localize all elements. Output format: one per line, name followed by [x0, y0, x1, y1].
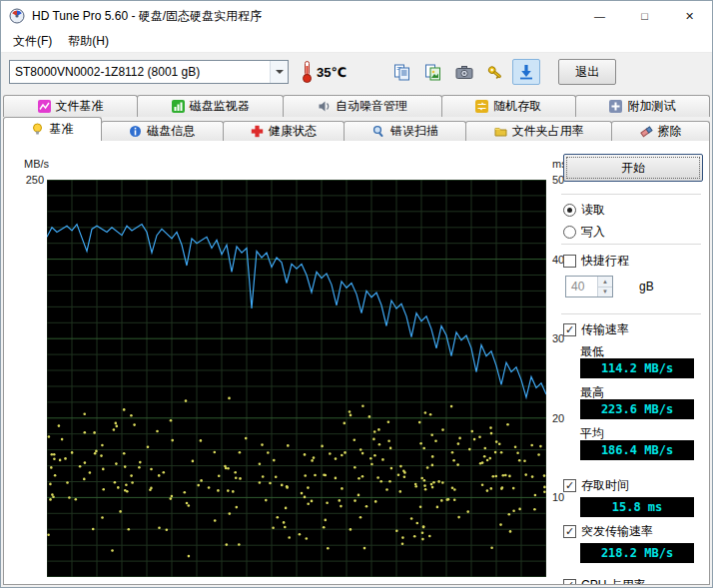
- maximize-button[interactable]: □: [622, 1, 667, 31]
- left-axis-unit: MB/s: [24, 158, 49, 170]
- chevron-down-icon[interactable]: [270, 61, 288, 83]
- file-benchmark-icon: [38, 100, 51, 113]
- right-axis-tick: 20: [552, 412, 564, 424]
- temperature-value: 35℃: [317, 65, 347, 80]
- titlebar: HD Tune Pro 5.60 - 硬盘/固态硬盘实用程序 — □ ✕: [1, 1, 712, 31]
- magnifier-icon: [372, 125, 385, 138]
- checkbox-cpu-usage-control[interactable]: [563, 579, 576, 586]
- radio-read-control[interactable]: [563, 204, 576, 217]
- short-stroke-label: 快捷行程: [581, 253, 629, 270]
- gb-unit-label: gB: [639, 280, 654, 294]
- tab-auto-acoustic[interactable]: 自动噪音管理: [283, 95, 441, 117]
- checkbox-access-time-control[interactable]: [563, 479, 576, 492]
- burst-rate-label: 突发传输速率: [581, 523, 653, 540]
- app-icon: [9, 8, 25, 24]
- cpu-usage-label: CPU 占用率: [581, 577, 646, 586]
- tab-health[interactable]: 健康状态: [223, 121, 346, 141]
- download-button[interactable]: [512, 59, 540, 85]
- benchmark-page: MB/s 250 ms 50 40 30 20 10 开始 读取 写入 快捷行程…: [3, 139, 710, 585]
- checkbox-short-stroke[interactable]: 快捷行程: [563, 253, 629, 269]
- access-time-label: 存取时间: [581, 477, 629, 494]
- separator: [561, 244, 701, 245]
- benchmark-chart: [47, 180, 546, 577]
- tab-label: 基准: [49, 121, 73, 138]
- tab-label: 附加测试: [627, 98, 675, 115]
- copy-image-icon: [424, 64, 442, 81]
- checkbox-burst-rate[interactable]: 突发传输速率: [563, 523, 653, 539]
- tab-label: 磁盘监视器: [190, 98, 250, 115]
- menubar: 文件(F) 帮助(H): [1, 31, 712, 53]
- exit-button[interactable]: 退出: [558, 59, 616, 85]
- tab-label: 文件夹占用率: [512, 123, 584, 140]
- tab-label: 错误扫描: [390, 123, 438, 140]
- tab-folder-usage[interactable]: 文件夹占用率: [465, 121, 612, 141]
- save-results-button[interactable]: [481, 59, 509, 85]
- radio-write-control[interactable]: [563, 226, 576, 239]
- start-button[interactable]: 开始: [563, 154, 703, 182]
- eraser-icon: [640, 125, 653, 138]
- copy-report-button[interactable]: [388, 59, 416, 85]
- tab-label: 健康状态: [269, 123, 317, 140]
- menu-file[interactable]: 文件(F): [5, 31, 60, 52]
- tab-row-primary: 基准磁盘信息健康状态错误扫描文件夹占用率擦除: [3, 117, 710, 141]
- toolbar: ST8000VN0002-1Z8112 (8001 gB) 35℃ 退出: [1, 53, 712, 91]
- checkbox-access-time[interactable]: 存取时间: [563, 477, 629, 493]
- tab-file-benchmark[interactable]: 文件基准: [3, 95, 138, 117]
- tab-benchmark[interactable]: 基准: [3, 117, 102, 141]
- radio-write-label: 写入: [581, 224, 605, 241]
- short-stroke-size-input[interactable]: 40 ▲ ▼: [565, 276, 613, 297]
- thermometer-icon: [301, 60, 314, 84]
- access-time-value: 15.8 ms: [580, 497, 694, 517]
- checkbox-burst-rate-control[interactable]: [563, 525, 576, 538]
- tab-label: 擦除: [658, 123, 682, 140]
- tab-erase[interactable]: 擦除: [611, 121, 710, 141]
- screenshot-button[interactable]: [450, 59, 478, 85]
- tab-disk-info[interactable]: 磁盘信息: [101, 121, 224, 141]
- close-button[interactable]: ✕: [667, 1, 712, 31]
- copy-image-button[interactable]: [419, 59, 447, 85]
- tab-label: 文件基准: [56, 98, 104, 115]
- info-icon: [129, 125, 142, 138]
- checkbox-transfer-rate-control[interactable]: [563, 323, 576, 336]
- spin-down-icon[interactable]: ▼: [598, 288, 612, 297]
- radio-read-label: 读取: [581, 202, 605, 219]
- speaker-icon: [318, 100, 331, 113]
- tab-random-access[interactable]: 随机存取: [441, 95, 576, 117]
- checkbox-short-stroke-control[interactable]: [563, 255, 576, 268]
- tab-row-secondary: 文件基准磁盘监视器自动噪音管理随机存取附加测试: [3, 95, 710, 117]
- window-title: HD Tune Pro 5.60 - 硬盘/固态硬盘实用程序: [32, 8, 577, 25]
- tab-disk-monitor[interactable]: 磁盘监视器: [137, 95, 284, 117]
- window-controls: — □ ✕: [577, 1, 712, 31]
- drive-select-value: ST8000VN0002-1Z8112 (8001 gB): [15, 65, 270, 79]
- extra-tests-icon: [609, 100, 622, 113]
- separator: [561, 194, 701, 195]
- lightbulb-icon: [31, 123, 44, 136]
- copy-report-icon: [393, 64, 411, 81]
- checkbox-cpu-usage[interactable]: CPU 占用率: [563, 577, 646, 585]
- separator: [561, 313, 701, 314]
- left-axis-tick: 250: [24, 174, 44, 186]
- tab-error-scan[interactable]: 错误扫描: [344, 121, 466, 141]
- menu-help[interactable]: 帮助(H): [60, 31, 117, 52]
- tab-label: 随机存取: [493, 98, 541, 115]
- drive-select[interactable]: ST8000VN0002-1Z8112 (8001 gB): [9, 60, 289, 84]
- disk-monitor-icon: [172, 100, 185, 113]
- spinner-buttons: ▲ ▼: [597, 277, 612, 296]
- camera-icon: [455, 64, 473, 81]
- spin-up-icon[interactable]: ▲: [598, 277, 612, 288]
- tab-label: 自动噪音管理: [336, 98, 407, 115]
- tab-extra-tests[interactable]: 附加测试: [575, 95, 710, 117]
- save-results-icon: [486, 64, 504, 81]
- burst-rate-value: 218.2 MB/s: [580, 543, 694, 563]
- short-stroke-size-value: 40: [566, 277, 597, 296]
- min-speed-value: 114.2 MB/s: [580, 358, 694, 378]
- max-speed-value: 223.6 MB/s: [580, 399, 694, 419]
- avg-speed-value: 186.4 MB/s: [580, 440, 694, 460]
- transfer-rate-label: 传输速率: [581, 321, 629, 338]
- radio-read[interactable]: 读取: [563, 202, 605, 218]
- minimize-button[interactable]: —: [577, 1, 622, 31]
- random-access-icon: [475, 100, 488, 113]
- checkbox-transfer-rate[interactable]: 传输速率: [563, 321, 629, 337]
- radio-write[interactable]: 写入: [563, 224, 605, 240]
- health-cross-icon: [251, 125, 264, 138]
